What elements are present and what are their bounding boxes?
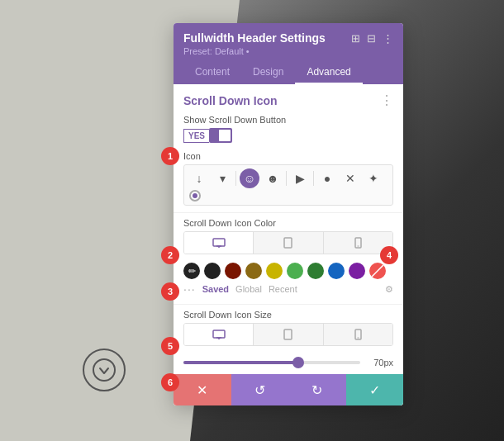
size-device-tablet[interactable] <box>254 324 323 345</box>
step-3: 3 <box>161 282 179 301</box>
icon-divider-2 <box>286 171 287 186</box>
swatch-yellow[interactable] <box>266 263 283 279</box>
save-button[interactable]: ✓ <box>346 374 404 405</box>
swatch-green[interactable] <box>287 263 303 279</box>
bottom-bar: ✕ ↺ ↻ ✓ <box>174 374 403 405</box>
tab-advanced[interactable]: Advanced <box>295 61 362 84</box>
color-tab-saved[interactable]: Saved <box>202 284 229 294</box>
color-tabs-row: ··· Saved Global Recent ⚙ <box>183 281 393 297</box>
device-tablet[interactable] <box>254 232 323 254</box>
icon-label: Icon <box>183 151 393 161</box>
color-devices-row <box>183 231 393 254</box>
svg-rect-1 <box>213 239 225 246</box>
icon-field: Icon ↓ ▾ ☺ ☻ ▶ ● ✕ ✦ <box>174 148 403 211</box>
preset-label: Preset: Default • <box>183 46 393 56</box>
icon-x[interactable]: ✕ <box>340 168 360 188</box>
radio-selected[interactable] <box>189 190 201 202</box>
show-scroll-field: Show Scroll Down Button YES <box>174 111 403 148</box>
color-swatches-row: ✏ <box>183 259 393 281</box>
svg-rect-11 <box>284 330 292 339</box>
size-device-desktop[interactable] <box>184 324 254 345</box>
toggle-row: YES <box>183 128 393 143</box>
tab-content[interactable]: Content <box>183 61 241 84</box>
svg-point-0 <box>93 359 115 381</box>
slider-row: 70px <box>174 354 403 368</box>
settings-icon[interactable]: ⊞ <box>351 32 360 45</box>
section-title-row: Scroll Down Icon ⋮ <box>174 84 403 111</box>
divider-1 <box>174 212 403 213</box>
swatch-darkgreen[interactable] <box>307 263 324 279</box>
icon-play[interactable]: ▶ <box>290 168 310 188</box>
device-desktop[interactable] <box>184 232 254 254</box>
panel-body: Scroll Down Icon ⋮ Show Scroll Down Butt… <box>174 84 403 405</box>
panel-header: Fullwidth Header Settings ⊞ ⊟ ⋮ Preset: … <box>174 23 403 84</box>
swatch-pencil[interactable]: ✏ <box>183 263 200 279</box>
size-section: Scroll Down Icon Size <box>174 306 403 354</box>
swatch-strikethrough[interactable] <box>369 263 386 279</box>
divider-2 <box>174 304 403 305</box>
section-menu-icon[interactable]: ⋮ <box>380 92 393 108</box>
icon-smile-selected[interactable]: ☺ <box>240 168 259 188</box>
panel-header-icons: ⊞ ⊟ ⋮ <box>351 32 393 45</box>
icon-smile2[interactable]: ☻ <box>263 168 283 188</box>
step-2: 2 <box>161 246 179 264</box>
redo-button[interactable]: ↻ <box>288 374 346 405</box>
icon-down-arrow[interactable]: ↓ <box>189 168 209 188</box>
step-6: 6 <box>161 373 179 391</box>
undo-button[interactable]: ↺ <box>231 374 289 405</box>
panel-tabs: Content Design Advanced <box>183 61 393 84</box>
swatch-purple[interactable] <box>349 263 365 279</box>
toggle-switch[interactable] <box>209 128 232 143</box>
scroll-down-circle-icon[interactable] <box>83 349 126 391</box>
show-scroll-label: Show Scroll Down Button <box>183 115 393 125</box>
section-title: Scroll Down Icon <box>183 94 278 107</box>
panel-title: Fullwidth Header Settings <box>183 31 326 45</box>
icon-selector: ↓ ▾ ☺ ☻ ▶ ● ✕ ✦ <box>183 164 393 206</box>
step-1: 1 <box>161 147 179 165</box>
settings-panel: Fullwidth Header Settings ⊞ ⊟ ⋮ Preset: … <box>174 23 403 405</box>
scroll-size-label: Scroll Down Icon Size <box>183 310 393 320</box>
icon-small-row <box>189 190 388 202</box>
color-tab-recent[interactable]: Recent <box>269 284 297 294</box>
toggle-yes-label: YES <box>183 129 209 143</box>
icon-star[interactable]: ✦ <box>364 168 383 188</box>
size-devices-row <box>183 323 393 346</box>
slider-thumb[interactable] <box>292 357 304 368</box>
size-device-mobile[interactable] <box>324 324 392 345</box>
icon-circle[interactable]: ● <box>317 168 337 188</box>
slider-value[interactable]: 70px <box>367 358 393 368</box>
more-icon[interactable]: ⋮ <box>383 32 393 45</box>
icon-divider-3 <box>313 171 314 186</box>
swatch-blue[interactable] <box>328 263 345 279</box>
dots-btn[interactable]: ··· <box>183 282 196 296</box>
color-settings-icon[interactable]: ⚙ <box>385 284 393 295</box>
swatch-black[interactable] <box>204 263 221 279</box>
icon-row: ↓ ▾ ☺ ☻ ▶ ● ✕ ✦ <box>189 168 388 188</box>
slider-fill <box>183 361 298 364</box>
step-5: 5 <box>161 337 179 355</box>
svg-rect-8 <box>213 330 225 338</box>
scroll-color-label: Scroll Down Icon Color <box>183 218 393 228</box>
icon-divider-1 <box>235 171 236 186</box>
svg-line-7 <box>369 263 386 279</box>
step-4: 4 <box>380 246 398 264</box>
slider-track[interactable] <box>183 361 360 364</box>
color-tab-global[interactable]: Global <box>235 284 262 294</box>
collapse-icon[interactable]: ⊟ <box>367 32 376 45</box>
cancel-button[interactable]: ✕ <box>174 374 231 405</box>
svg-rect-4 <box>284 238 292 248</box>
color-section: Scroll Down Icon Color ✏ <box>174 215 403 302</box>
tab-design[interactable]: Design <box>241 61 295 84</box>
swatch-brown[interactable] <box>245 263 262 279</box>
swatch-darkred[interactable] <box>225 263 241 279</box>
icon-dropdown[interactable]: ▾ <box>212 168 232 188</box>
